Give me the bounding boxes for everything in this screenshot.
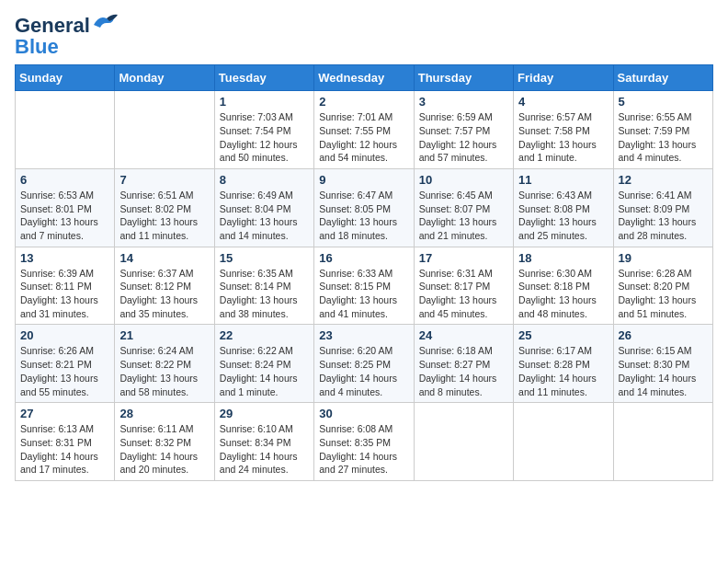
day-number: 6 — [20, 173, 109, 187]
calendar-cell: 11Sunrise: 6:43 AM Sunset: 8:08 PM Dayli… — [514, 168, 613, 247]
calendar-week-row: 27Sunrise: 6:13 AM Sunset: 8:31 PM Dayli… — [16, 403, 713, 481]
day-info: Sunrise: 6:45 AM Sunset: 8:07 PM Dayligh… — [419, 189, 508, 243]
calendar-cell: 26Sunrise: 6:15 AM Sunset: 8:30 PM Dayli… — [613, 325, 712, 403]
logo-general-text: General — [15, 15, 90, 37]
day-info: Sunrise: 6:13 AM Sunset: 8:31 PM Dayligh… — [20, 422, 109, 477]
day-info: Sunrise: 6:43 AM Sunset: 8:08 PM Dayligh… — [518, 189, 608, 243]
logo-bird-icon — [92, 12, 118, 32]
calendar-cell: 29Sunrise: 6:10 AM Sunset: 8:34 PM Dayli… — [214, 403, 313, 481]
page-header: General Blue — [15, 15, 713, 57]
calendar-day-header: Friday — [514, 65, 613, 91]
calendar-day-header: Wednesday — [314, 65, 414, 91]
calendar-cell: 27Sunrise: 6:13 AM Sunset: 8:31 PM Dayli… — [16, 403, 115, 481]
day-info: Sunrise: 6:28 AM Sunset: 8:20 PM Dayligh… — [619, 267, 708, 321]
day-info: Sunrise: 6:11 AM Sunset: 8:32 PM Dayligh… — [119, 422, 209, 477]
calendar-day-header: Thursday — [414, 65, 513, 91]
calendar-cell: 9Sunrise: 6:47 AM Sunset: 8:05 PM Daylig… — [314, 168, 414, 247]
day-number: 1 — [220, 95, 309, 109]
day-number: 18 — [518, 251, 608, 265]
day-number: 20 — [20, 328, 109, 342]
day-info: Sunrise: 6:51 AM Sunset: 8:02 PM Dayligh… — [119, 189, 209, 243]
calendar-cell: 28Sunrise: 6:11 AM Sunset: 8:32 PM Dayli… — [115, 403, 214, 481]
day-number: 25 — [518, 328, 608, 342]
day-number: 16 — [319, 251, 408, 265]
day-info: Sunrise: 7:01 AM Sunset: 7:55 PM Dayligh… — [319, 110, 408, 165]
day-info: Sunrise: 6:49 AM Sunset: 8:04 PM Dayligh… — [220, 189, 309, 243]
day-info: Sunrise: 6:37 AM Sunset: 8:12 PM Dayligh… — [119, 267, 209, 321]
calendar-week-row: 20Sunrise: 6:26 AM Sunset: 8:21 PM Dayli… — [16, 325, 713, 403]
day-info: Sunrise: 6:10 AM Sunset: 8:34 PM Dayligh… — [220, 422, 309, 477]
day-info: Sunrise: 6:41 AM Sunset: 8:09 PM Dayligh… — [619, 189, 708, 243]
calendar-week-row: 1Sunrise: 7:03 AM Sunset: 7:54 PM Daylig… — [16, 91, 713, 169]
day-info: Sunrise: 6:17 AM Sunset: 8:28 PM Dayligh… — [518, 344, 608, 398]
calendar-day-header: Tuesday — [214, 65, 313, 91]
day-number: 28 — [119, 407, 209, 420]
day-number: 26 — [619, 328, 708, 342]
calendar-cell — [115, 91, 214, 169]
calendar-cell: 14Sunrise: 6:37 AM Sunset: 8:12 PM Dayli… — [115, 247, 214, 325]
calendar-cell: 18Sunrise: 6:30 AM Sunset: 8:18 PM Dayli… — [514, 247, 613, 325]
calendar-day-header: Monday — [115, 65, 214, 91]
day-info: Sunrise: 6:39 AM Sunset: 8:11 PM Dayligh… — [20, 267, 109, 321]
calendar-cell: 12Sunrise: 6:41 AM Sunset: 8:09 PM Dayli… — [613, 168, 712, 247]
day-number: 27 — [20, 407, 109, 420]
day-number: 3 — [419, 95, 508, 109]
day-info: Sunrise: 6:26 AM Sunset: 8:21 PM Dayligh… — [20, 344, 109, 398]
day-info: Sunrise: 6:24 AM Sunset: 8:22 PM Dayligh… — [119, 344, 209, 398]
calendar-cell: 16Sunrise: 6:33 AM Sunset: 8:15 PM Dayli… — [314, 247, 414, 325]
day-number: 17 — [419, 251, 508, 265]
calendar-cell: 7Sunrise: 6:51 AM Sunset: 8:02 PM Daylig… — [115, 168, 214, 247]
day-info: Sunrise: 6:20 AM Sunset: 8:25 PM Dayligh… — [319, 344, 408, 398]
day-number: 5 — [619, 95, 708, 109]
day-info: Sunrise: 6:35 AM Sunset: 8:14 PM Dayligh… — [220, 267, 309, 321]
calendar-cell: 24Sunrise: 6:18 AM Sunset: 8:27 PM Dayli… — [414, 325, 513, 403]
calendar-cell: 20Sunrise: 6:26 AM Sunset: 8:21 PM Dayli… — [16, 325, 115, 403]
calendar-cell: 21Sunrise: 6:24 AM Sunset: 8:22 PM Dayli… — [115, 325, 214, 403]
day-number: 10 — [419, 173, 508, 187]
calendar-table: SundayMondayTuesdayWednesdayThursdayFrid… — [15, 64, 713, 481]
day-number: 4 — [518, 95, 608, 109]
day-info: Sunrise: 6:53 AM Sunset: 8:01 PM Dayligh… — [20, 189, 109, 243]
day-number: 23 — [319, 328, 408, 342]
day-info: Sunrise: 6:15 AM Sunset: 8:30 PM Dayligh… — [619, 344, 708, 398]
day-number: 19 — [619, 251, 708, 265]
day-number: 22 — [220, 328, 309, 342]
day-info: Sunrise: 6:22 AM Sunset: 8:24 PM Dayligh… — [220, 344, 309, 398]
calendar-week-row: 6Sunrise: 6:53 AM Sunset: 8:01 PM Daylig… — [16, 168, 713, 247]
calendar-cell: 1Sunrise: 7:03 AM Sunset: 7:54 PM Daylig… — [214, 91, 313, 169]
calendar-cell — [414, 403, 513, 481]
day-number: 9 — [319, 173, 408, 187]
calendar-cell — [613, 403, 712, 481]
day-info: Sunrise: 6:33 AM Sunset: 8:15 PM Dayligh… — [319, 267, 408, 321]
day-info: Sunrise: 6:31 AM Sunset: 8:17 PM Dayligh… — [419, 267, 508, 321]
day-number: 30 — [319, 407, 408, 420]
day-number: 13 — [20, 251, 109, 265]
calendar-cell: 19Sunrise: 6:28 AM Sunset: 8:20 PM Dayli… — [613, 247, 712, 325]
day-info: Sunrise: 6:57 AM Sunset: 7:58 PM Dayligh… — [518, 110, 608, 165]
calendar-day-header: Sunday — [16, 65, 115, 91]
calendar-cell: 10Sunrise: 6:45 AM Sunset: 8:07 PM Dayli… — [414, 168, 513, 247]
calendar-header-row: SundayMondayTuesdayWednesdayThursdayFrid… — [16, 65, 713, 91]
day-number: 11 — [518, 173, 608, 187]
calendar-cell: 8Sunrise: 6:49 AM Sunset: 8:04 PM Daylig… — [214, 168, 313, 247]
day-info: Sunrise: 6:18 AM Sunset: 8:27 PM Dayligh… — [419, 344, 508, 398]
day-number: 29 — [220, 407, 309, 420]
calendar-cell: 13Sunrise: 6:39 AM Sunset: 8:11 PM Dayli… — [16, 247, 115, 325]
day-number: 12 — [619, 173, 708, 187]
calendar-cell: 6Sunrise: 6:53 AM Sunset: 8:01 PM Daylig… — [16, 168, 115, 247]
calendar-week-row: 13Sunrise: 6:39 AM Sunset: 8:11 PM Dayli… — [16, 247, 713, 325]
day-info: Sunrise: 6:55 AM Sunset: 7:59 PM Dayligh… — [619, 110, 708, 165]
calendar-cell: 4Sunrise: 6:57 AM Sunset: 7:58 PM Daylig… — [514, 91, 613, 169]
calendar-day-header: Saturday — [613, 65, 712, 91]
calendar-cell: 3Sunrise: 6:59 AM Sunset: 7:57 PM Daylig… — [414, 91, 513, 169]
day-info: Sunrise: 6:59 AM Sunset: 7:57 PM Dayligh… — [419, 110, 508, 165]
calendar-cell — [514, 403, 613, 481]
day-number: 15 — [220, 251, 309, 265]
logo: General Blue — [15, 15, 118, 57]
calendar-cell: 23Sunrise: 6:20 AM Sunset: 8:25 PM Dayli… — [314, 325, 414, 403]
calendar-cell: 17Sunrise: 6:31 AM Sunset: 8:17 PM Dayli… — [414, 247, 513, 325]
day-number: 21 — [119, 328, 209, 342]
day-info: Sunrise: 7:03 AM Sunset: 7:54 PM Dayligh… — [220, 110, 309, 165]
calendar-cell: 22Sunrise: 6:22 AM Sunset: 8:24 PM Dayli… — [214, 325, 313, 403]
calendar-cell: 30Sunrise: 6:08 AM Sunset: 8:35 PM Dayli… — [314, 403, 414, 481]
